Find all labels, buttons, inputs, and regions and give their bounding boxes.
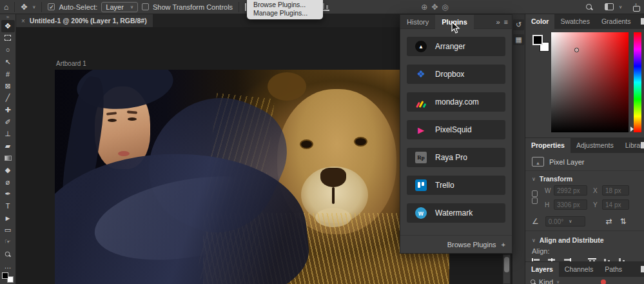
tab-swatches[interactable]: Swatches bbox=[554, 14, 596, 29]
history-panel-icon[interactable]: ↺ bbox=[513, 19, 524, 30]
search-icon bbox=[530, 279, 536, 284]
chevron-down-icon[interactable]: ∨ bbox=[556, 279, 560, 284]
auto-select-target-dropdown[interactable]: Layer ∨ bbox=[101, 2, 138, 12]
foreground-color-swatch[interactable] bbox=[2, 272, 8, 279]
foreground-background-swatches[interactable] bbox=[532, 35, 549, 52]
edit-toolbar-button[interactable]: … bbox=[1, 260, 15, 272]
tool-path-selection[interactable]: ► bbox=[1, 212, 15, 225]
tab-gradients[interactable]: Gradients bbox=[596, 14, 637, 29]
tool-frame[interactable]: ⊠ bbox=[1, 80, 15, 92]
plugin-item-trello[interactable]: Trello bbox=[407, 176, 505, 195]
flip-horizontal-icon[interactable]: ⇄ bbox=[606, 217, 612, 226]
3d-orbit-icon[interactable]: ✥ bbox=[431, 3, 438, 11]
x-field[interactable] bbox=[602, 185, 629, 196]
marquee-icon bbox=[5, 35, 11, 41]
browse-plugins-link[interactable]: Browse Plugins bbox=[447, 241, 496, 249]
height-field[interactable] bbox=[554, 199, 587, 210]
tool-dodge[interactable]: ⌀ bbox=[1, 176, 15, 188]
tab-properties[interactable]: Properties bbox=[525, 138, 571, 153]
foreground-background-swatches[interactable] bbox=[2, 272, 14, 283]
share-icon[interactable]: ↑ bbox=[632, 3, 640, 11]
tab-channels[interactable]: Channels bbox=[559, 262, 599, 277]
3d-pan-icon[interactable]: ⊕ bbox=[421, 3, 427, 11]
plugin-item-arranger[interactable]: ▲ Arranger bbox=[407, 37, 505, 56]
snapshot-panel-icon[interactable]: ▦ bbox=[513, 34, 524, 45]
blur-icon: ◆ bbox=[5, 166, 10, 174]
tool-lasso[interactable]: ○ bbox=[1, 44, 15, 56]
rotation-angle-field[interactable]: 0.00° ∨ bbox=[545, 216, 585, 227]
search-icon[interactable] bbox=[585, 3, 593, 11]
y-field[interactable] bbox=[602, 199, 629, 210]
tool-blur[interactable]: ◆ bbox=[1, 164, 15, 176]
tool-pen[interactable]: ✒ bbox=[1, 188, 15, 200]
document-tab[interactable]: × Untitled-1 @ 200% (Layer 1, RGB/8#) bbox=[16, 14, 153, 27]
tool-shape[interactable]: ▭ bbox=[1, 224, 15, 236]
canvas-vertical-scrollbar[interactable] bbox=[503, 254, 511, 284]
canvas-image[interactable] bbox=[55, 70, 449, 284]
plugin-item-raya-pro[interactable]: Rp Raya Pro bbox=[407, 148, 505, 167]
plugin-item-pixelsquid[interactable]: ▶ PixelSquid bbox=[407, 120, 505, 139]
close-tab-icon[interactable]: × bbox=[21, 17, 25, 25]
collapse-panel-icon[interactable]: » bbox=[496, 18, 500, 26]
x-label: X bbox=[593, 187, 599, 194]
tool-hand[interactable]: ☞ bbox=[1, 236, 15, 249]
panel-menu-icon[interactable]: ≡ bbox=[504, 18, 508, 26]
tool-gradient[interactable] bbox=[1, 152, 15, 165]
shape-icon: ▭ bbox=[5, 226, 11, 234]
tool-eraser[interactable]: ▰ bbox=[1, 140, 15, 152]
tab-history[interactable]: History bbox=[400, 15, 435, 29]
saturation-brightness-picker[interactable] bbox=[551, 32, 629, 132]
tab-paths[interactable]: Paths bbox=[599, 262, 628, 277]
width-field[interactable] bbox=[554, 185, 587, 196]
plugin-item-watermark[interactable]: w Watermark bbox=[407, 203, 505, 223]
scrollbar-thumb[interactable] bbox=[504, 257, 509, 272]
tool-marquee[interactable] bbox=[1, 32, 15, 45]
workspace-switcher-icon[interactable] bbox=[605, 3, 614, 10]
tool-healing-brush[interactable]: ✚ bbox=[1, 104, 15, 116]
link-dimensions-icon[interactable] bbox=[532, 190, 538, 205]
menu-item-manage-plugins[interactable]: Manage Plugins... bbox=[247, 9, 323, 17]
home-icon[interactable]: ⌂ bbox=[4, 3, 8, 11]
panel-menu-icon[interactable] bbox=[641, 142, 644, 148]
pixelsquid-logo-icon: ▶ bbox=[415, 124, 427, 136]
tool-type[interactable]: T bbox=[1, 200, 15, 212]
gradient-icon bbox=[5, 156, 12, 161]
toolbar-flyout-icon[interactable]: » bbox=[6, 14, 9, 20]
flip-vertical-icon[interactable]: ⇅ bbox=[620, 217, 627, 226]
hue-slider[interactable] bbox=[634, 32, 641, 132]
transform-section-header[interactable]: ∨ Transform bbox=[525, 171, 644, 185]
plus-icon[interactable]: + bbox=[502, 241, 505, 249]
tab-adjustments[interactable]: Adjustments bbox=[571, 138, 620, 153]
tool-move[interactable]: ✥ bbox=[1, 20, 15, 32]
auto-select-checkbox[interactable]: ✓ bbox=[48, 3, 55, 10]
plugin-item-monday[interactable]: monday.com bbox=[407, 92, 505, 112]
show-transform-checkbox[interactable]: . bbox=[142, 3, 149, 10]
color-picker-marker[interactable] bbox=[574, 48, 579, 52]
foreground-color-swatch[interactable] bbox=[532, 35, 543, 45]
filter-kind-label[interactable]: Kind bbox=[539, 278, 553, 284]
plugins-panel: History Plugins » ≡ ▲ Arranger ❖ Dropbox… bbox=[400, 14, 512, 254]
plugin-item-dropbox[interactable]: ❖ Dropbox bbox=[407, 65, 505, 84]
hue-slider-marker[interactable] bbox=[630, 127, 634, 132]
move-tool-preset-icon[interactable]: ✥ bbox=[21, 3, 27, 11]
menu-item-browse-plugins[interactable]: Browse Plugins... bbox=[247, 1, 323, 9]
rotation-angle-value: 0.00° bbox=[549, 218, 563, 225]
tool-brush[interactable]: ✐ bbox=[1, 116, 15, 128]
chevron-down-icon[interactable]: ∨ bbox=[619, 5, 622, 10]
chevron-down-icon[interactable]: ∨ bbox=[32, 5, 35, 10]
artboard-label[interactable]: Artboard 1 bbox=[56, 60, 86, 67]
panel-menu-icon[interactable] bbox=[641, 266, 644, 272]
properties-panel-tabs: Properties Adjustments Libraries bbox=[525, 138, 644, 153]
layers-panel-tabs: Layers Channels Paths bbox=[525, 262, 644, 277]
tab-color[interactable]: Color bbox=[525, 14, 554, 29]
tab-layers[interactable]: Layers bbox=[525, 262, 559, 277]
panel-menu-icon[interactable] bbox=[641, 18, 644, 25]
align-section-header[interactable]: ∨ Align and Distribute bbox=[525, 232, 644, 247]
tool-eyedropper[interactable]: ╱ bbox=[1, 92, 15, 105]
3d-dolly-icon[interactable]: ◎ bbox=[442, 3, 448, 11]
tool-clone-stamp[interactable]: ⊥ bbox=[1, 128, 15, 140]
tool-zoom[interactable] bbox=[1, 248, 15, 260]
tool-crop[interactable]: # bbox=[1, 68, 15, 80]
filter-toggle-icon[interactable] bbox=[601, 279, 606, 284]
tool-object-selection[interactable]: ↖ bbox=[1, 56, 15, 68]
